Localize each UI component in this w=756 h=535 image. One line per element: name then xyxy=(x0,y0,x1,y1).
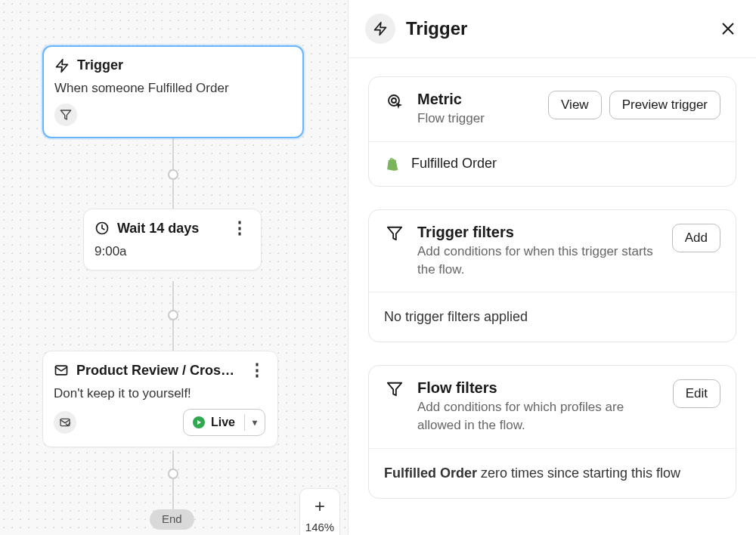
connector-joint[interactable] xyxy=(168,169,178,180)
zoom-level: 146% xyxy=(305,519,334,535)
svg-marker-5 xyxy=(375,23,386,36)
node-trigger[interactable]: Trigger When someone Fulfilled Order xyxy=(42,45,304,138)
node-email[interactable]: Product Review / Cross Sell:... ⋮ Don't … xyxy=(42,351,278,447)
campaign-icon xyxy=(54,411,76,434)
trigger-filters-card: Trigger filters Add conditions for when … xyxy=(368,209,736,343)
section-title: Flow filters xyxy=(417,379,661,397)
zoom-control: + 146% − xyxy=(299,488,340,535)
lightning-icon xyxy=(54,58,70,73)
trigger-filters-empty: No trigger filters applied xyxy=(384,309,528,325)
details-panel: Trigger Metric Flow trigger xyxy=(348,0,756,535)
wait-time: 9:00a xyxy=(94,244,249,259)
metric-card: Metric Flow trigger View Preview trigger… xyxy=(368,76,736,187)
close-button[interactable] xyxy=(720,20,736,37)
lightning-icon xyxy=(365,14,395,44)
filter-chip-icon xyxy=(54,104,77,126)
metric-subtitle: Flow trigger xyxy=(417,110,536,128)
flow-filter-strong: Fulfilled Order xyxy=(384,465,477,481)
svg-marker-0 xyxy=(57,59,68,72)
node-title: Product Review / Cross Sell:... xyxy=(76,363,241,379)
cursor-metric-icon xyxy=(384,91,405,110)
chevron-down-icon: ▾ xyxy=(253,417,257,428)
svg-point-9 xyxy=(392,98,396,103)
metric-event-name: Fulfilled Order xyxy=(411,156,497,172)
section-title: Trigger filters xyxy=(417,224,660,241)
end-pill: End xyxy=(150,509,194,530)
add-trigger-filter-button[interactable]: Add xyxy=(672,224,720,252)
node-menu-button[interactable]: ⋮ xyxy=(249,362,265,379)
play-icon xyxy=(193,416,205,428)
metric-title: Metric xyxy=(417,91,536,108)
node-body: Don't keep it to yourself! xyxy=(54,386,265,401)
node-title: Wait 14 days xyxy=(117,221,199,237)
clock-icon xyxy=(94,221,110,236)
filter-icon xyxy=(384,224,405,242)
view-button[interactable]: View xyxy=(548,91,602,119)
flow-canvas[interactable]: Trigger When someone Fulfilled Order Wai… xyxy=(0,0,348,535)
connector-joint[interactable] xyxy=(168,469,178,479)
shopify-icon xyxy=(384,156,401,172)
section-subtitle: Add conditions for when this trigger sta… xyxy=(417,243,660,279)
svg-marker-11 xyxy=(388,383,401,396)
node-wait[interactable]: Wait 14 days ⋮ 9:00a xyxy=(83,209,262,271)
filter-icon xyxy=(384,379,405,397)
status-dropdown[interactable]: Live ▾ xyxy=(183,409,265,436)
status-label: Live xyxy=(211,416,235,429)
svg-marker-10 xyxy=(388,227,401,240)
flow-filter-rest: zero times since starting this flow xyxy=(477,465,680,481)
mail-icon xyxy=(54,363,69,378)
node-body: When someone Fulfilled Order xyxy=(54,81,290,96)
edit-flow-filter-button[interactable]: Edit xyxy=(673,379,720,408)
node-menu-button[interactable]: ⋮ xyxy=(231,220,249,237)
panel-title: Trigger xyxy=(406,18,467,39)
metric-event-row[interactable]: Fulfilled Order xyxy=(369,141,736,186)
node-title: Trigger xyxy=(77,57,123,73)
flow-filter-applied: Fulfilled Order zero times since startin… xyxy=(384,465,680,481)
section-subtitle: Add conditions for which profiles are al… xyxy=(417,398,661,434)
zoom-in-button[interactable]: + xyxy=(300,493,339,519)
svg-marker-1 xyxy=(60,110,70,119)
flow-filters-card: Flow filters Add conditions for which pr… xyxy=(368,365,736,499)
preview-trigger-button[interactable]: Preview trigger xyxy=(609,91,720,119)
panel-header: Trigger xyxy=(349,0,756,58)
connector-joint[interactable] xyxy=(168,310,178,320)
